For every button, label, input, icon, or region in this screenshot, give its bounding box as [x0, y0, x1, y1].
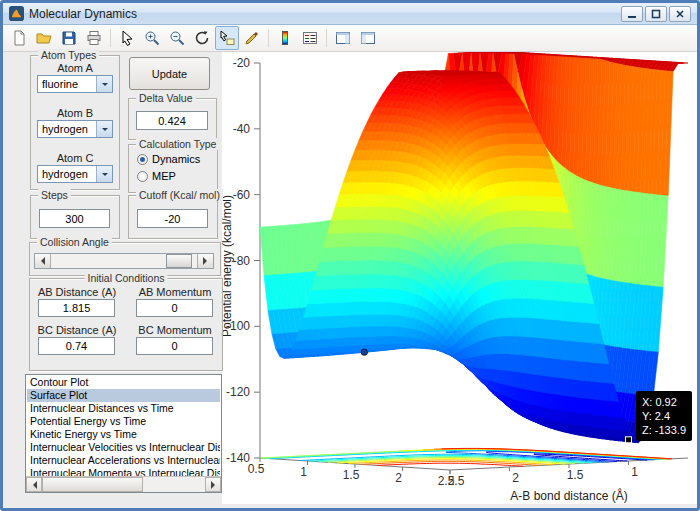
delta-value-group: Delta Value: [128, 98, 217, 140]
mep-radio-label: MEP: [152, 170, 176, 182]
trajectory-marker[interactable]: [361, 349, 367, 355]
cutoff-group: Cutoff (Kcal/ mol): [128, 195, 218, 239]
collision-angle-slider[interactable]: [34, 253, 214, 269]
figure-area: -20-40-60-80-100-120-1400.511.522.52.521…: [3, 52, 697, 508]
window-title: Molecular Dynamics: [29, 7, 137, 21]
zoom-out-icon[interactable]: [165, 26, 189, 50]
plot-type-list: Contour PlotSurface PlotInternuclear Dis…: [27, 376, 220, 476]
toolbar: [3, 25, 697, 52]
list-item[interactable]: Surface Plot: [27, 389, 220, 402]
dynamics-radio[interactable]: [137, 154, 148, 165]
atom-types-title: Atom Types: [38, 49, 99, 61]
toolbar-separator: [268, 29, 269, 47]
new-figure-icon[interactable]: [7, 26, 31, 50]
title-bar[interactable]: Molecular Dynamics: [3, 3, 697, 25]
slider-track[interactable]: [51, 254, 197, 268]
collision-angle-title: Collision Angle: [37, 236, 112, 248]
save-figure-icon[interactable]: [57, 26, 81, 50]
dynamics-radio-row: Dynamics: [137, 153, 200, 165]
open-file-icon[interactable]: [32, 26, 56, 50]
slider-left-arrow-icon[interactable]: [35, 254, 51, 268]
datatip-marker[interactable]: [626, 437, 632, 443]
z-tick-label: -60: [233, 188, 251, 202]
mep-radio[interactable]: [137, 171, 148, 182]
update-button[interactable]: Update: [129, 57, 210, 90]
show-plot-tools-icon[interactable]: [356, 26, 380, 50]
hide-plot-tools-icon[interactable]: [331, 26, 355, 50]
bc-distance-field[interactable]: [38, 337, 115, 355]
brush-data-icon[interactable]: [240, 26, 264, 50]
list-item[interactable]: Kinetic Energy vs Time: [27, 428, 220, 441]
bc-momentum-label: BC Momentum: [130, 324, 220, 336]
atom-c-label: Atom C: [31, 152, 119, 164]
atom-b-dropdown[interactable]: hydrogen: [37, 120, 113, 138]
atom-a-dropdown[interactable]: fluorine: [37, 75, 113, 93]
datatip-z: Z: -133.9: [642, 423, 686, 437]
delta-value-title: Delta Value: [136, 92, 196, 104]
x-tick-label: 2.5: [448, 474, 465, 488]
toolbar-separator: [326, 29, 327, 47]
list-item[interactable]: Internuclear Distances vs Time: [27, 402, 220, 415]
atom-a-label: Atom A: [31, 62, 119, 74]
slider-right-arrow-icon[interactable]: [197, 254, 213, 268]
x-tick-label: 1.5: [567, 468, 584, 482]
datatip[interactable]: X: 0.92 Y: 2.4 Z: -133.9: [636, 391, 692, 441]
z-tick-label: -80: [233, 254, 251, 268]
close-button[interactable]: [669, 6, 691, 22]
edit-plot-icon[interactable]: [115, 26, 139, 50]
list-item[interactable]: Internuclear Momenta vs Internuclear Dis…: [27, 467, 220, 476]
scrollbar-track[interactable]: [42, 477, 205, 492]
y-tick-label: 2: [395, 471, 402, 485]
maximize-button[interactable]: [645, 6, 667, 22]
rotate-3d-icon[interactable]: [190, 26, 214, 50]
slider-thumb[interactable]: [166, 254, 192, 268]
calculation-type-title: Calculation Type: [136, 138, 219, 150]
z-tick-label: -20: [233, 56, 251, 70]
y-tick-label: 1.5: [343, 468, 360, 482]
z-tick-label: -120: [226, 385, 250, 399]
data-cursor-icon[interactable]: [215, 26, 239, 50]
atom-c-value: hydrogen: [38, 166, 96, 182]
cutoff-field[interactable]: [137, 209, 208, 228]
delta-value-field[interactable]: [136, 111, 208, 130]
scrollbar-thumb[interactable]: [42, 477, 143, 492]
atom-c-dropdown[interactable]: hydrogen: [37, 165, 113, 183]
zoom-in-icon[interactable]: [140, 26, 164, 50]
datatip-x: X: 0.92: [642, 395, 686, 409]
ab-momentum-label: AB Momentum: [130, 286, 220, 298]
plot-type-listbox[interactable]: Contour PlotSurface PlotInternuclear Dis…: [25, 374, 222, 493]
chevron-down-icon[interactable]: [96, 76, 112, 92]
y-tick-label: 0.5: [248, 462, 265, 476]
x-tick-label: 2: [512, 471, 519, 485]
ab-distance-field[interactable]: [38, 299, 115, 317]
cutoff-title: Cutoff (Kcal/ mol): [136, 189, 223, 201]
bc-distance-label: BC Distance (A): [32, 324, 122, 336]
insert-colorbar-icon[interactable]: [273, 26, 297, 50]
z-tick-label: -140: [226, 451, 250, 465]
list-item[interactable]: Internuclear Accelerations vs Internucle…: [27, 454, 220, 467]
ab-distance-label: AB Distance (A): [32, 286, 122, 298]
list-item[interactable]: Internuclear Velocities vs Internuclear …: [27, 441, 220, 454]
insert-legend-icon[interactable]: [298, 26, 322, 50]
chevron-down-icon[interactable]: [96, 166, 112, 182]
atom-a-value: fluorine: [38, 76, 96, 92]
list-item[interactable]: Potential Energy vs Time: [27, 415, 220, 428]
scroll-left-arrow-icon[interactable]: [26, 477, 42, 492]
bc-momentum-field[interactable]: [136, 337, 213, 355]
listbox-horizontal-scrollbar[interactable]: [26, 476, 221, 492]
list-item[interactable]: Contour Plot: [27, 376, 220, 389]
print-figure-icon[interactable]: [82, 26, 106, 50]
ab-momentum-field[interactable]: [136, 299, 213, 317]
minimize-button[interactable]: [621, 6, 643, 22]
steps-field[interactable]: [39, 209, 110, 228]
mep-radio-row: MEP: [137, 170, 176, 182]
z-tick-label: -40: [233, 122, 251, 136]
steps-group: Steps: [30, 195, 120, 239]
scroll-right-arrow-icon[interactable]: [205, 477, 221, 492]
x-tick-label: 1: [631, 465, 638, 479]
initial-conditions-title: Initial Conditions: [84, 272, 167, 284]
atom-b-value: hydrogen: [38, 121, 96, 137]
chevron-down-icon[interactable]: [96, 121, 112, 137]
atom-b-label: Atom B: [31, 107, 119, 119]
collision-angle-group: Collision Angle: [29, 242, 221, 276]
